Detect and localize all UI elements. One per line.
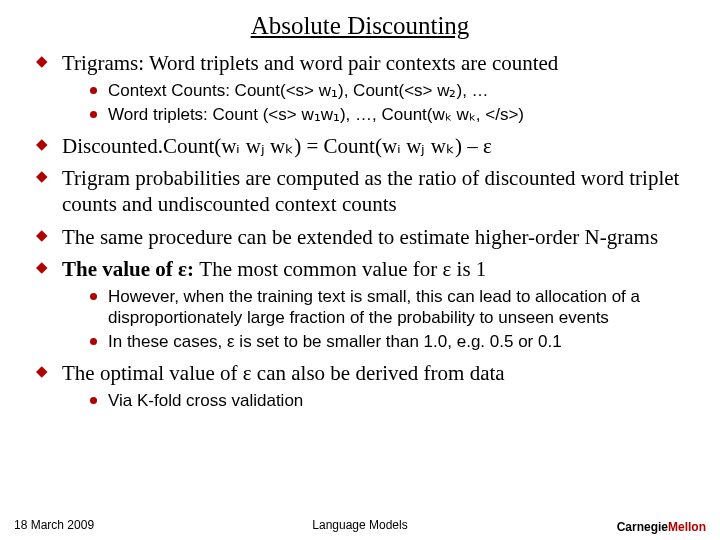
- slide-title: Absolute Discounting: [36, 12, 684, 40]
- sub-text: Via K-fold cross validation: [108, 391, 303, 410]
- bullet-list: Trigrams: Word triplets and word pair co…: [36, 50, 684, 411]
- footer: 18 March 2009 Language Models: [14, 518, 706, 532]
- footer-logo: CarnegieMellon: [617, 520, 706, 534]
- bullet-trigrams: Trigrams: Word triplets and word pair co…: [36, 50, 684, 125]
- bullet-rest: The most common value for ε is 1: [194, 257, 486, 281]
- logo-part1: Carnegie: [617, 520, 668, 534]
- bullet-trigram-prob: Trigram probabilities are computed as th…: [36, 165, 684, 218]
- bullet-optimal-epsilon: The optimal value of ε can also be deriv…: [36, 360, 684, 412]
- bullet-text: Trigram probabilities are computed as th…: [62, 166, 679, 216]
- sub-however: However, when the training text is small…: [90, 286, 684, 329]
- sub-text: Word triplets: Count (<s> w₁w₁), …, Coun…: [108, 105, 524, 124]
- sub-text: In these cases, ε is set to be smaller t…: [108, 332, 562, 351]
- sub-text: Context Counts: Count(<s> w₁), Count(<s>…: [108, 81, 489, 100]
- bullet-prefix: The value of ε:: [62, 257, 194, 281]
- bullet-text: The same procedure can be extended to es…: [62, 225, 658, 249]
- sub-context-counts: Context Counts: Count(<s> w₁), Count(<s>…: [90, 80, 684, 101]
- sub-text: However, when the training text is small…: [108, 287, 640, 327]
- logo-part2: Mellon: [668, 520, 706, 534]
- bullet-text: Trigrams: Word triplets and word pair co…: [62, 51, 558, 75]
- bullet-higher-order: The same procedure can be extended to es…: [36, 224, 684, 250]
- bullet-text: Discounted.Count(wᵢ wⱼ wₖ) = Count(wᵢ wⱼ…: [62, 134, 492, 158]
- sub-word-triplets: Word triplets: Count (<s> w₁w₁), …, Coun…: [90, 104, 684, 125]
- sub-list: However, when the training text is small…: [62, 286, 684, 352]
- sub-kfold: Via K-fold cross validation: [90, 390, 684, 411]
- bullet-text: The optimal value of ε can also be deriv…: [62, 361, 505, 385]
- bullet-value-epsilon: The value of ε: The most common value fo…: [36, 256, 684, 352]
- sub-list: Context Counts: Count(<s> w₁), Count(<s>…: [62, 80, 684, 125]
- sub-smaller: In these cases, ε is set to be smaller t…: [90, 331, 684, 352]
- sub-list: Via K-fold cross validation: [62, 390, 684, 411]
- footer-center: Language Models: [14, 518, 706, 532]
- bullet-discounted-count: Discounted.Count(wᵢ wⱼ wₖ) = Count(wᵢ wⱼ…: [36, 133, 684, 159]
